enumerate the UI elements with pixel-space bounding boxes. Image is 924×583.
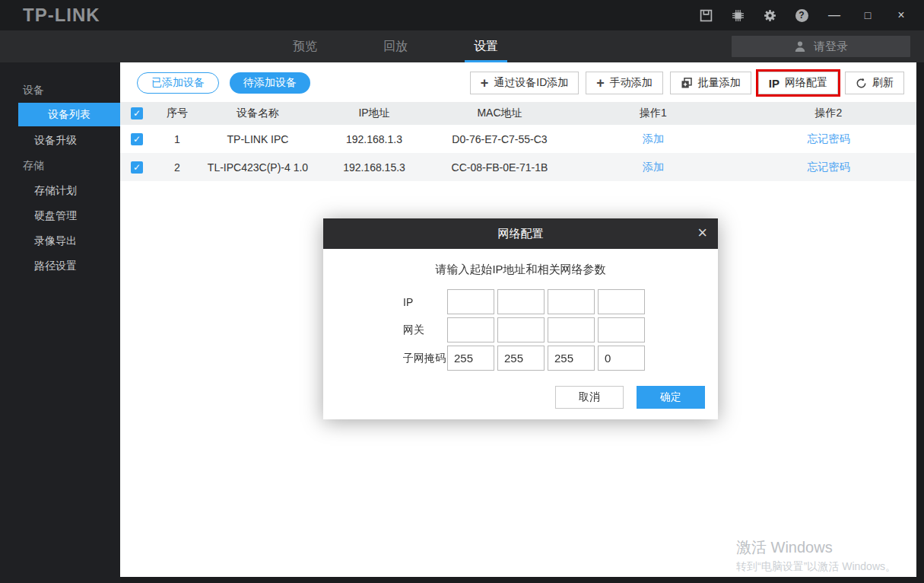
gateway-field-label: 网关 [403,323,447,337]
help-glyph: ? [795,9,808,22]
cell-mac: D0-76-E7-C7-55-C3 [433,133,566,145]
check-icon: ✓ [133,163,141,172]
dialog-form: IP 网关 子网掩码 [403,289,718,371]
cell-ip: 192.168.15.3 [315,161,433,174]
tab-label: 设置 [474,39,498,55]
navbar: 预览 回放 设置 请登录 [0,30,924,62]
check-icon: ✓ [133,135,141,144]
nav-tabs: 预览 回放 设置 [284,30,507,62]
column-header-op1: 操作1 [566,107,741,120]
cell-device-name: TL-IPC423C(P)-4 1.0 [201,161,315,174]
network-config-dialog: 网络配置 × 请输入起始IP地址和相关网络参数 IP 网关 子网掩码 取消 确定 [323,218,718,419]
sidebar-item-path-settings[interactable]: 路径设置 [0,253,120,279]
device-toolbar: 已添加设备 待添加设备 + 通过设备ID添加 + 手动添加 批量添加 [120,62,916,102]
button-label: 批量添加 [698,76,741,90]
ip-field-row: IP [403,289,718,314]
ip-icon: IP [769,77,780,90]
forgot-password-link[interactable]: 忘记密码 [808,132,850,145]
table-row: ✓ 2 TL-IPC423C(P)-4 1.0 192.168.15.3 CC-… [120,153,916,181]
maximize-button[interactable]: □ [860,9,875,21]
sidebar-section-device: 设备 [0,78,120,103]
column-header-op2: 操作2 [741,107,916,120]
button-label: 刷新 [872,76,894,90]
login-label: 请登录 [814,40,848,54]
ip-octet-3-input[interactable] [548,289,595,314]
tab-playback[interactable]: 回放 [374,30,417,62]
settings-gear-icon[interactable] [763,8,776,22]
gateway-octet-4-input[interactable] [598,317,645,342]
ip-octet-1-input[interactable] [447,289,494,314]
chip-icon[interactable] [731,8,745,22]
ip-field-label: IP [403,296,447,308]
subnet-mask-field-row: 子网掩码 [403,346,718,371]
sidebar-item-device-upgrade[interactable]: 设备升级 [0,128,120,153]
ip-octet-2-input[interactable] [497,289,545,314]
add-by-device-id-button[interactable]: + 通过设备ID添加 [470,72,579,94]
gateway-octet-1-input[interactable] [447,317,494,342]
gateway-octet-3-input[interactable] [548,317,595,342]
watermark-line2: 转到“电脑设置”以激活 Windows。 [736,560,896,574]
manual-add-button[interactable]: + 手动添加 [586,72,663,94]
ip-octet-4-input[interactable] [598,289,645,314]
subnet-octet-4-input[interactable] [598,346,645,371]
filter-pending-devices[interactable]: 待添加设备 [230,72,310,94]
user-icon [794,40,806,53]
row-checkbox[interactable]: ✓ [131,133,143,145]
tab-preview[interactable]: 预览 [284,30,326,62]
plus-icon: + [481,76,489,90]
subnet-octet-3-input[interactable] [548,346,595,371]
titlebar: TP-LINK ? — □ × [0,0,924,30]
gateway-field-row: 网关 [403,317,718,342]
dialog-buttons: 取消 确定 [323,374,718,419]
cancel-button[interactable]: 取消 [555,386,624,409]
forgot-password-link[interactable]: 忘记密码 [808,161,850,173]
cell-ip: 192.168.1.3 [315,133,433,145]
add-device-link[interactable]: 添加 [643,132,664,145]
tab-label: 预览 [293,39,317,55]
add-device-link[interactable]: 添加 [643,161,664,173]
batch-add-button[interactable]: 批量添加 [670,72,751,94]
dialog-title: 网络配置 [498,227,544,241]
sidebar-section-storage: 存储 [0,153,120,178]
subnet-mask-field-label: 子网掩码 [403,352,447,365]
tab-settings[interactable]: 设置 [465,30,507,62]
refresh-button[interactable]: 刷新 [845,72,904,94]
sidebar-item-video-export[interactable]: 录像导出 [0,228,120,253]
button-label: 通过设备ID添加 [494,76,568,90]
column-header-ip: IP地址 [315,107,433,120]
subnet-octet-1-input[interactable] [447,346,494,371]
dialog-prompt: 请输入起始IP地址和相关网络参数 [323,263,718,277]
check-icon: ✓ [133,109,141,118]
save-disk-icon[interactable] [699,8,713,22]
sidebar-item-device-list[interactable]: 设备列表 [18,103,120,126]
dialog-header: 网络配置 × [323,218,718,249]
subnet-octet-2-input[interactable] [497,346,545,371]
button-label: 网络配置 [785,76,827,90]
sidebar-item-storage-plan[interactable]: 存储计划 [0,178,120,203]
batch-add-icon [681,77,693,89]
row-checkbox[interactable]: ✓ [131,161,143,174]
help-icon[interactable]: ? [795,8,808,22]
table-header-row: ✓ 序号 设备名称 IP地址 MAC地址 操作1 操作2 [120,102,916,125]
sidebar-item-disk-management[interactable]: 硬盘管理 [0,203,120,228]
app-logo: TP-LINK [23,5,100,26]
cell-device-name: TP-LINK IPC [201,133,315,145]
cell-mac: CC-08-FB-0E-71-1B [433,161,566,174]
gateway-octet-2-input[interactable] [497,317,545,342]
dialog-close-icon[interactable]: × [697,218,707,249]
filter-added-devices[interactable]: 已添加设备 [137,72,219,94]
minimize-button[interactable]: — [827,8,842,22]
column-header-no: 序号 [154,107,201,120]
column-header-mac: MAC地址 [433,107,566,120]
cell-no: 1 [154,133,201,145]
refresh-icon [856,78,867,89]
ip-network-config-button[interactable]: IP 网络配置 [758,72,838,94]
close-button[interactable]: × [894,8,909,22]
ok-button[interactable]: 确定 [637,386,705,409]
sidebar: 设备 设备列表 设备升级 存储 存储计划 硬盘管理 录像导出 路径设置 [0,62,120,583]
titlebar-controls: ? — □ × [699,8,909,22]
tab-label: 回放 [383,39,408,55]
select-all-checkbox[interactable]: ✓ [131,107,143,119]
watermark-line1: 激活 Windows [736,537,896,558]
login-button[interactable]: 请登录 [732,36,910,57]
